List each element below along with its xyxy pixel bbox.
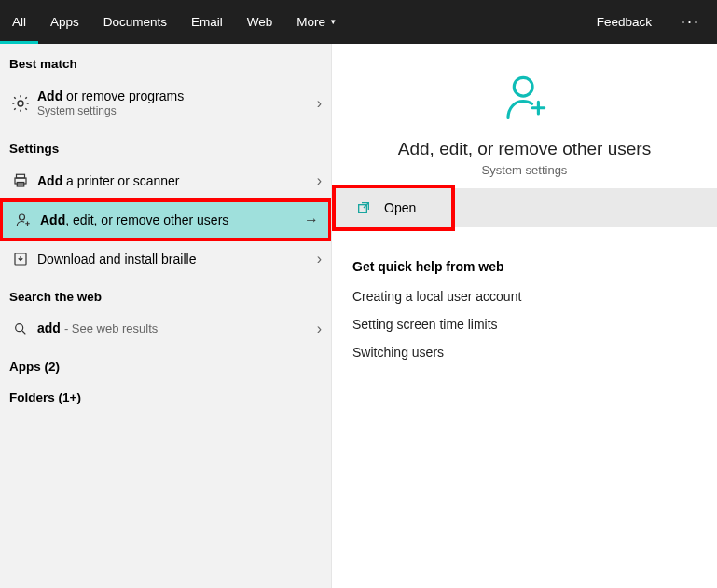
tab-all[interactable]: All (0, 0, 38, 44)
search-web-header: Search the web (0, 277, 331, 311)
results-panel: Best match Add or remove programs System… (0, 44, 332, 588)
svg-point-6 (16, 323, 23, 331)
chevron-right-icon: › (317, 321, 322, 337)
annotation-highlight: Add, edit, or remove other users → (0, 198, 332, 241)
chevron-right-icon: › (317, 172, 322, 189)
result-bold: Add (40, 212, 65, 227)
action-bar: Open (332, 185, 717, 231)
result-bold: Add (37, 173, 62, 188)
help-link-screen-time[interactable]: Setting screen time limits (352, 317, 717, 332)
gear-icon (9, 93, 32, 114)
result-bold: add (37, 321, 61, 335)
printer-icon (9, 172, 32, 189)
apps-header[interactable]: Apps (2) (0, 347, 331, 381)
result-add-edit-remove-users[interactable]: Add, edit, or remove other users → (3, 202, 328, 238)
more-options-icon[interactable]: ··· (664, 12, 717, 32)
result-hint: - See web results (64, 321, 158, 335)
chevron-right-icon: › (317, 95, 322, 112)
person-add-large-icon (500, 70, 550, 124)
feedback-link[interactable]: Feedback (585, 0, 664, 44)
result-title-bold: Add (37, 89, 62, 103)
result-add-remove-programs[interactable]: Add or remove programs System settings › (0, 78, 331, 129)
tab-web[interactable]: Web (235, 0, 285, 44)
download-icon (9, 251, 32, 267)
person-add-icon (12, 212, 34, 228)
result-rest: Download and install braille (37, 252, 196, 267)
chevron-down-icon: ▼ (329, 18, 337, 26)
detail-panel: Add, edit, or remove other users System … (332, 44, 717, 588)
quick-help-title: Get quick help from web (352, 259, 717, 274)
svg-point-7 (514, 77, 532, 96)
detail-title: Add, edit, or remove other users (332, 139, 717, 159)
tab-email[interactable]: Email (179, 0, 235, 44)
folders-header[interactable]: Folders (1+) (0, 381, 331, 412)
result-web-add[interactable]: add- See web results › (0, 311, 331, 347)
best-match-header: Best match (0, 44, 331, 78)
result-download-braille[interactable]: Download and install braille › (0, 241, 331, 277)
result-title-rest: or remove programs (62, 89, 184, 103)
svg-point-0 (18, 101, 23, 106)
tab-apps[interactable]: Apps (38, 0, 91, 44)
tab-more[interactable]: More ▼ (284, 0, 349, 44)
quick-help-section: Get quick help from web Creating a local… (332, 231, 717, 373)
search-filter-bar: All Apps Documents Email Web More ▼ Feed… (0, 0, 717, 44)
search-icon (9, 321, 32, 336)
result-subtitle: System settings (37, 104, 317, 119)
detail-subtitle: System settings (332, 163, 717, 177)
open-icon (356, 200, 371, 215)
open-action[interactable]: Open (336, 188, 451, 227)
arrow-right-icon: → (304, 212, 319, 228)
tab-documents[interactable]: Documents (91, 0, 179, 44)
svg-rect-3 (17, 182, 24, 186)
result-add-printer[interactable]: Add a printer or scanner › (0, 163, 331, 198)
svg-point-4 (20, 214, 25, 220)
annotation-highlight: Open (332, 185, 455, 231)
help-link-switching-users[interactable]: Switching users (352, 345, 717, 360)
help-link-local-user[interactable]: Creating a local user account (352, 289, 717, 304)
result-rest: a printer or scanner (62, 173, 179, 188)
tab-more-label: More (296, 15, 325, 29)
settings-header: Settings (0, 129, 331, 163)
open-label: Open (384, 200, 416, 215)
result-rest: , edit, or remove other users (65, 212, 228, 227)
action-bar-rest (455, 188, 717, 227)
chevron-right-icon: › (317, 251, 322, 267)
detail-header: Add, edit, or remove other users System … (332, 44, 717, 185)
